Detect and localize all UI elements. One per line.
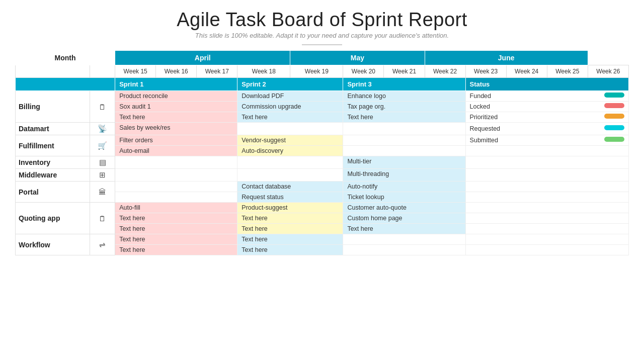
table-row: Billing🗒Product reconcileDownload PDFEnh… — [16, 91, 629, 102]
data-cell: Text here — [237, 213, 343, 224]
data-cell: Filter orders — [115, 135, 237, 146]
status-badge-badge-cyan — [604, 125, 624, 130]
status-badge-badge-orange — [604, 114, 624, 119]
row-icon-portal: 🏛 — [90, 182, 115, 203]
data-cell — [343, 245, 465, 255]
data-cell: Multi-threading — [343, 169, 465, 182]
table-row: Inventory▤Multi-tier — [16, 156, 629, 169]
data-cell: Requested — [465, 123, 628, 135]
status-badge-badge-pink — [604, 103, 624, 108]
row-icon-quoting-app: 🗒 — [90, 203, 115, 234]
data-cell: Text here — [115, 224, 237, 234]
month-cell-month: Month — [16, 51, 115, 65]
table-row: Middleware⊞Multi-threading — [16, 169, 629, 182]
row-label-portal: Portal — [16, 182, 90, 203]
data-cell: Enhance logo — [343, 91, 465, 102]
data-cell — [237, 169, 343, 182]
data-cell: Prioritized — [465, 112, 628, 123]
data-cell: Text here — [237, 245, 343, 255]
week-cell-week-21: Week 21 — [384, 65, 425, 78]
data-cell — [343, 123, 465, 135]
sprint-cell-status: Status — [465, 78, 628, 91]
data-cell: Commission upgrade — [237, 102, 343, 112]
data-cell: Auto-discovery — [237, 146, 343, 156]
data-cell: Text here — [343, 224, 465, 234]
data-cell: Sales by week/res — [115, 123, 237, 135]
week-cell-week-16: Week 16 — [156, 65, 197, 78]
week-cell-week-25: Week 25 — [547, 65, 588, 78]
data-cell: Vendor-suggest — [237, 135, 343, 146]
week-header-row: Week 15Week 16Week 17Week 18Week 19Week … — [16, 65, 629, 78]
data-cell: Product reconcile — [115, 91, 237, 102]
data-cell — [237, 156, 343, 169]
row-icon-inventory: ▤ — [90, 156, 115, 169]
data-cell: Text here — [115, 112, 237, 123]
row-icon-middleware: ⊞ — [90, 169, 115, 182]
week-cell-week-22: Week 22 — [425, 65, 465, 78]
data-cell — [465, 245, 628, 255]
row-label-quoting-app: Quoting app — [16, 203, 90, 234]
data-cell: Multi-tier — [343, 156, 465, 169]
data-cell — [465, 213, 628, 224]
data-cell — [115, 169, 237, 182]
data-cell — [465, 156, 628, 169]
week-cell-empty — [90, 65, 115, 78]
data-cell: Sox audit 1 — [115, 102, 237, 112]
data-cell: Contact database — [237, 182, 343, 192]
data-cell — [343, 234, 465, 245]
month-header-row: MonthAprilMayJune — [16, 51, 629, 65]
data-cell — [115, 182, 237, 192]
data-cell — [465, 182, 628, 192]
week-cell-week-23: Week 23 — [465, 65, 506, 78]
row-label-billing: Billing — [16, 91, 90, 123]
row-label-middleware: Middleware — [16, 169, 90, 182]
week-cell-week-17: Week 17 — [197, 65, 237, 78]
data-cell — [465, 169, 628, 182]
data-cell: Submitted — [465, 135, 628, 146]
sprint-header-row: Sprint 1Sprint 2Sprint 3Status — [16, 78, 629, 91]
data-cell: Auto-email — [115, 146, 237, 156]
data-cell: Auto-notify — [343, 182, 465, 192]
data-cell: Request status — [237, 192, 343, 203]
data-cell: Custom home page — [343, 213, 465, 224]
status-badge-badge-teal — [604, 93, 624, 98]
row-icon-datamart: 📡 — [90, 123, 115, 135]
data-cell: Text here — [343, 112, 465, 123]
table-row: Fulfillment🛒Filter ordersVendor-suggestS… — [16, 135, 629, 146]
data-cell: Product-suggest — [237, 203, 343, 213]
table-row: Workflow⇌Text hereText here — [16, 234, 629, 245]
week-cell-week-15: Week 15 — [115, 65, 156, 78]
data-cell: Auto-fill — [115, 203, 237, 213]
row-icon-billing: 🗒 — [90, 91, 115, 123]
table-row: Portal🏛Contact databaseAuto-notify — [16, 182, 629, 192]
data-cell — [465, 234, 628, 245]
data-cell: Text here — [115, 213, 237, 224]
data-cell: Ticket lookup — [343, 192, 465, 203]
row-icon-fulfillment: 🛒 — [90, 135, 115, 156]
week-cell-week-26: Week 26 — [588, 65, 628, 78]
sprint-cell-empty — [16, 78, 115, 91]
week-cell-week-20: Week 20 — [343, 65, 384, 78]
status-badge-badge-green — [604, 137, 624, 142]
week-cell-week-18: Week 18 — [237, 65, 290, 78]
table-body: Billing🗒Product reconcileDownload PDFEnh… — [16, 91, 629, 255]
data-cell: Customer auto-quote — [343, 203, 465, 213]
month-cell-april: April — [115, 51, 290, 65]
data-cell — [343, 146, 465, 156]
data-cell — [465, 224, 628, 234]
data-cell: Download PDF — [237, 91, 343, 102]
underline-divider — [302, 44, 342, 45]
week-cell-week-24: Week 24 — [506, 65, 547, 78]
page-title: Agile Task Board of Sprint Report — [177, 9, 467, 31]
data-cell: Locked — [465, 102, 628, 112]
data-cell — [465, 203, 628, 213]
row-label-workflow: Workflow — [16, 234, 90, 255]
data-cell: Text here — [237, 234, 343, 245]
data-cell: Text here — [115, 245, 237, 255]
data-cell — [237, 123, 343, 135]
sprint-board-table: MonthAprilMayJune Week 15Week 16Week 17W… — [15, 50, 629, 255]
data-cell: Tax page org. — [343, 102, 465, 112]
data-cell: Funded — [465, 91, 628, 102]
data-cell: Text here — [237, 224, 343, 234]
data-cell: Text here — [237, 112, 343, 123]
